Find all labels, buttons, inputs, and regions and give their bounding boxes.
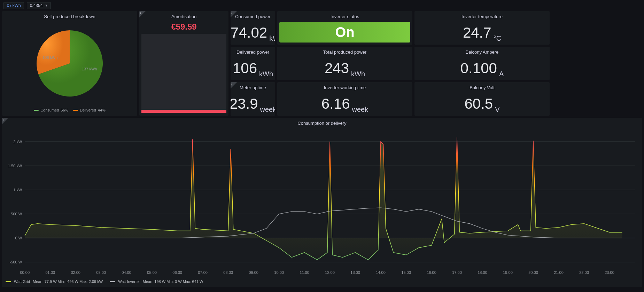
legend-stats: Mean: 77.9 W Min: -496 W Max: 2.09 kW <box>33 279 103 284</box>
info-icon[interactable] <box>139 11 146 17</box>
legend-label: Watt Inverter <box>118 279 140 284</box>
bar-gauge <box>141 34 226 113</box>
info-icon[interactable] <box>2 118 8 124</box>
panel-title: Delivered power <box>231 47 275 56</box>
legend-swatch-icon <box>110 281 115 282</box>
legend-swatch-icon <box>34 110 39 111</box>
svg-text:-500 W: -500 W <box>10 260 22 264</box>
panel-balcony-volt[interactable]: Balcony Volt 60.5 V <box>414 82 550 116</box>
svg-text:23:00: 23:00 <box>605 270 614 275</box>
panel-title: Consumption or delivery <box>6 121 638 128</box>
pie-label-delivered: 106 kWh <box>42 55 57 60</box>
legend-label: Consumed <box>40 108 59 112</box>
legend-swatch-icon <box>6 281 11 282</box>
stat-unit: kWh <box>259 70 273 80</box>
panel-inverter-working-time[interactable]: Inverter working time 6.16 week <box>277 82 412 116</box>
stat-unit: week <box>260 106 275 116</box>
svg-text:500 W: 500 W <box>11 212 22 216</box>
pie-label-consumed: 137 kWh <box>82 67 97 71</box>
svg-text:04:00: 04:00 <box>122 270 131 275</box>
panel-title: Balcony Ampere <box>414 47 550 56</box>
svg-text:21:00: 21:00 <box>554 270 564 275</box>
chart-legend: Watt Grid Mean: 77.9 W Min: -496 W Max: … <box>6 278 638 284</box>
svg-text:07:00: 07:00 <box>198 270 208 275</box>
stat-value: 243 <box>325 61 349 76</box>
svg-text:2 kW: 2 kW <box>13 140 22 144</box>
pie-legend: Consumed 56% Delivered 44% <box>2 106 137 116</box>
variable-select[interactable]: 0.4354 ▼ <box>27 2 51 9</box>
svg-text:16:00: 16:00 <box>427 270 436 275</box>
stat-value: 24.7 <box>463 25 491 40</box>
legend-label: Delivered <box>80 108 96 112</box>
stat-value: 23.9 <box>231 97 258 111</box>
panel-self-produced-breakdown[interactable]: Self produced breakdown 137 kWh 106 kWh … <box>2 11 137 116</box>
panel-title: Inverter temperature <box>414 11 550 21</box>
stat-value: 60.5 <box>464 97 493 111</box>
chevron-down-icon: ▼ <box>45 4 48 7</box>
panel-inverter-status[interactable]: Inverter status On <box>277 11 412 45</box>
panel-title: Self produced breakdown <box>2 11 137 21</box>
panel-title: Inverter working time <box>277 82 412 92</box>
svg-text:18:00: 18:00 <box>478 270 487 275</box>
svg-text:08:00: 08:00 <box>223 270 233 275</box>
svg-text:0 W: 0 W <box>15 236 22 240</box>
stat-unit: kWh <box>269 34 275 45</box>
panel-grid: Consumed power 974.02 kWh Self produced … <box>0 11 644 116</box>
stat-unit: V <box>495 106 499 116</box>
svg-text:1.50 kW: 1.50 kW <box>8 164 22 168</box>
panel-total-produced[interactable]: Total produced power 243 kWh <box>277 47 412 80</box>
stat-value: 6.16 <box>321 97 350 111</box>
panel-title: Inverter status <box>277 11 412 21</box>
svg-text:01:00: 01:00 <box>45 270 55 275</box>
info-icon[interactable] <box>231 11 237 17</box>
stat-unit: A <box>499 70 504 80</box>
svg-text:06:00: 06:00 <box>172 270 182 275</box>
stat-value: €59.59 <box>141 21 226 34</box>
info-icon[interactable] <box>231 82 237 89</box>
svg-text:14:00: 14:00 <box>376 270 386 275</box>
toolbar: € / kWh 0.4354 ▼ <box>0 0 644 11</box>
legend-swatch-icon <box>73 110 78 111</box>
panel-delivered-power[interactable]: Delivered power 106 kWh <box>231 47 275 80</box>
legend-label: Watt Grid <box>14 279 30 284</box>
panel-consumed-power[interactable]: Consumed power 974.02 kWh <box>231 11 275 45</box>
panel-meter-uptime[interactable]: Meter uptime 23.9 week <box>231 82 275 116</box>
svg-text:19:00: 19:00 <box>503 270 513 275</box>
svg-text:22:00: 22:00 <box>579 270 589 275</box>
legend-pct: 44% <box>98 108 106 112</box>
stat-unit: °C <box>494 34 501 45</box>
stat-value: 0.100 <box>460 61 497 76</box>
stat-value: 106 <box>233 61 257 76</box>
svg-text:05:00: 05:00 <box>147 270 157 275</box>
stat-unit: week <box>352 106 368 116</box>
svg-text:12:00: 12:00 <box>325 270 335 275</box>
svg-text:09:00: 09:00 <box>249 270 258 275</box>
svg-text:1 kW: 1 kW <box>13 188 22 192</box>
legend-item-delivered[interactable]: Delivered 44% <box>73 108 106 112</box>
bar-gauge-fill <box>141 110 226 113</box>
timeseries-chart[interactable]: -500 W0 W500 W1 kW1.50 kW2 kW00:0001:000… <box>6 128 638 278</box>
panel-consumption-chart[interactable]: Consumption or delivery -500 W0 W500 W1 … <box>2 118 642 287</box>
panel-title: Meter uptime <box>231 82 275 92</box>
status-badge: On <box>279 22 410 43</box>
svg-text:11:00: 11:00 <box>300 270 309 275</box>
svg-text:20:00: 20:00 <box>528 270 538 275</box>
svg-text:02:00: 02:00 <box>71 270 80 275</box>
legend-stats: Mean: 198 W Min: 0 W Max: 641 W <box>143 279 203 284</box>
panel-amortisation[interactable]: Amortisation €59.59 <box>139 11 228 116</box>
panel-title: Total produced power <box>277 47 412 56</box>
svg-text:17:00: 17:00 <box>452 270 462 275</box>
variable-label: € / kWh <box>3 2 24 9</box>
svg-text:13:00: 13:00 <box>350 270 360 275</box>
legend-item-consumed[interactable]: Consumed 56% <box>34 108 68 112</box>
panel-title: Consumed power <box>231 11 275 21</box>
panel-balcony-ampere[interactable]: Balcony Ampere 0.100 A <box>414 47 550 80</box>
pie-chart: 137 kWh 106 kWh <box>2 21 137 106</box>
stat-value: 974.02 <box>231 25 267 40</box>
panel-title: Amortisation <box>139 11 228 21</box>
legend-pct: 56% <box>61 108 68 112</box>
svg-text:15:00: 15:00 <box>401 270 411 275</box>
stat-unit: kWh <box>351 70 365 80</box>
panel-title: Balcony Volt <box>414 82 550 92</box>
panel-inverter-temperature[interactable]: Inverter temperature 24.7 °C <box>414 11 550 45</box>
